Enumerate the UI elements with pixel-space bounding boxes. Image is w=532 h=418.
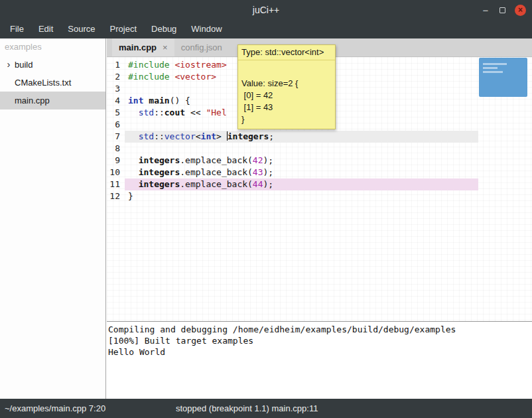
line-number[interactable]: 2	[107, 71, 125, 83]
code-token: ::	[154, 107, 165, 117]
close-icon[interactable]: ×	[515, 5, 526, 16]
line-number[interactable]: 1	[107, 59, 125, 71]
code-token: #include	[128, 72, 170, 82]
minimize-icon[interactable]: −	[481, 5, 490, 15]
code-row: 11 integers.emplace_back(44);	[107, 178, 532, 190]
code-token: integers	[228, 131, 269, 141]
status-file-position: ~/examples/main.cpp 7:20	[5, 399, 105, 418]
code-token: 42	[253, 155, 263, 165]
code-line[interactable]: std::vector<int> integers;	[125, 131, 478, 143]
code-line[interactable]: integers.emplace_back(42);	[125, 155, 478, 167]
code-token: integers	[139, 179, 180, 189]
code-token: #include	[128, 60, 170, 70]
code-token: emplace_back	[185, 167, 247, 177]
code-token: );	[263, 155, 274, 165]
code-row: 7 std::vector<int> integers;	[107, 131, 532, 143]
menubar: FileEditSourceProjectDebugWindow	[0, 20, 532, 38]
line-number[interactable]: 11	[107, 178, 125, 190]
code-token: }	[128, 191, 133, 201]
project-name: examples	[0, 38, 105, 56]
overview-line	[483, 63, 507, 65]
tooltip-value-line: [0] = 42	[241, 90, 332, 102]
code-line[interactable]: integers.emplace_back(44);	[125, 178, 478, 190]
code-token: main	[149, 96, 169, 105]
line-number[interactable]: 6	[107, 119, 125, 131]
debug-tooltip: Type: std::vector<int> Value: size=2 { […	[237, 44, 336, 129]
code-token: (	[247, 167, 253, 177]
tooltip-value-line: }	[241, 113, 332, 125]
terminal-line: Hello World	[108, 346, 531, 358]
menu-edit[interactable]: Edit	[31, 20, 60, 38]
code-token: (	[247, 155, 253, 165]
restore-icon[interactable]	[499, 7, 505, 13]
menu-file[interactable]: File	[3, 20, 31, 38]
line-number[interactable]: 10	[107, 167, 125, 178]
code-token: <	[196, 131, 201, 141]
statusbar: ~/examples/main.cpp 7:20 stopped (breakp…	[0, 399, 532, 418]
titlebar: juCi++ − ×	[0, 0, 532, 20]
code-token: ::	[154, 131, 165, 141]
code-token: emplace_back	[185, 155, 247, 165]
code-token: integers	[139, 155, 180, 165]
code-token	[128, 131, 139, 141]
menu-source[interactable]: Source	[60, 20, 102, 38]
code-token: <<	[185, 107, 206, 117]
tab-close-icon[interactable]: ×	[163, 42, 168, 52]
code-token: 44	[253, 179, 263, 189]
terminal[interactable]: Compiling and debugging /home/eidheim/ex…	[107, 321, 532, 399]
line-number[interactable]: 4	[107, 95, 125, 107]
scroll-overview[interactable]	[479, 58, 527, 97]
tab-label: main.cpp	[119, 42, 157, 52]
tooltip-value-line: Value: size=2 {	[241, 78, 332, 90]
code-token: ;	[269, 131, 274, 141]
tree-item-label: CMakeLists.txt	[15, 78, 71, 88]
line-number[interactable]: 9	[107, 155, 125, 167]
window-title: juCi++	[0, 0, 532, 20]
line-number[interactable]: 5	[107, 107, 125, 119]
code-row: 9 integers.emplace_back(42);	[107, 155, 532, 167]
terminal-line: Compiling and debugging /home/eidheim/ex…	[108, 324, 531, 335]
code-token: <iostream>	[174, 60, 226, 70]
tooltip-value-line: [1] = 43	[241, 102, 332, 113]
code-token	[128, 107, 139, 117]
menu-window[interactable]: Window	[184, 20, 229, 38]
code-token: 43	[253, 167, 263, 177]
code-token: std	[139, 131, 154, 141]
tree-item-build[interactable]: ›build	[0, 56, 105, 74]
code-token: .	[180, 167, 185, 177]
tree-item-label: main.cpp	[15, 96, 50, 105]
tree-item-main.cpp[interactable]: main.cpp	[0, 92, 105, 109]
menu-project[interactable]: Project	[103, 20, 144, 38]
code-token: (	[247, 179, 253, 189]
code-token: int	[128, 96, 143, 105]
line-number[interactable]: 3	[107, 83, 125, 95]
expander-icon[interactable]: ›	[4, 55, 13, 73]
code-token: () {	[170, 96, 190, 105]
status-debug-state: stopped (breakpoint 1.1) main.cpp:11	[176, 399, 318, 418]
code-token: .	[180, 179, 185, 189]
overview-line	[483, 71, 503, 73]
line-number[interactable]: 8	[107, 143, 125, 155]
code-line[interactable]	[125, 143, 478, 155]
tab-config.json[interactable]: config.json	[174, 38, 229, 56]
code-token	[128, 155, 139, 165]
tab-label: config.json	[181, 42, 222, 52]
code-token: "Hel	[206, 107, 226, 117]
line-number[interactable]: 12	[107, 190, 125, 202]
tree-item-cmakelists.txt[interactable]: CMakeLists.txt	[0, 74, 105, 92]
menu-debug[interactable]: Debug	[144, 20, 184, 38]
code-token: int	[201, 131, 216, 141]
code-token: );	[263, 167, 274, 177]
code-row: 10 integers.emplace_back(43);	[107, 167, 532, 178]
window-controls: − ×	[481, 0, 526, 20]
code-token: .	[180, 155, 185, 165]
code-token: );	[263, 179, 274, 189]
tab-main.cpp[interactable]: main.cpp×	[112, 38, 174, 56]
sidebar: examples ›buildCMakeLists.txtmain.cpp	[0, 38, 106, 399]
code-line[interactable]: integers.emplace_back(43);	[125, 167, 478, 178]
overview-line	[483, 67, 498, 69]
code-line[interactable]: }	[125, 190, 478, 202]
code-token: emplace_back	[185, 179, 247, 189]
file-tree: ›buildCMakeLists.txtmain.cpp	[0, 56, 105, 109]
line-number[interactable]: 7	[107, 131, 125, 143]
